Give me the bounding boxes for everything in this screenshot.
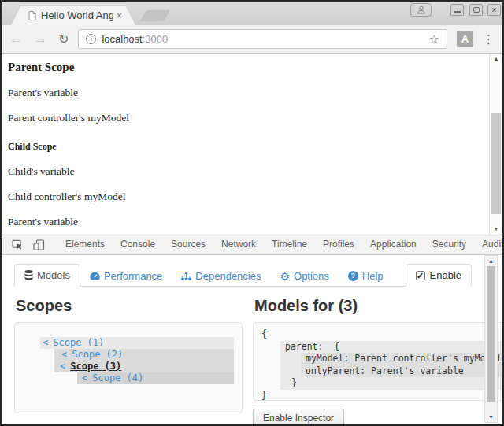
database-icon [24,270,33,280]
page-scrollbar-thumb[interactable] [491,113,501,214]
scope-1-link[interactable]: Scope (1) [53,337,104,348]
inspect-element-icon[interactable] [7,235,28,254]
tachometer-icon [90,272,100,280]
scope-tree: <Scope (1) <Scope (2) <Scope (3) <Scope … [14,322,243,413]
address-bar[interactable]: i localhost :3000 ☆ [78,29,447,49]
maximize-icon [473,7,480,13]
scroll-up-icon[interactable]: ▲ [490,56,502,62]
browser-window: Hello World Ang × ✕ ← → ↻ i localhost :3… [0,0,504,426]
bookmark-star-icon[interactable]: ☆ [429,32,439,46]
tab-help-label: Help [362,270,384,282]
new-tab-button[interactable] [140,10,170,21]
child-model-text: Child controller's myModel [8,191,480,203]
titlebar: Hello World Ang × ✕ [2,2,502,25]
parent-key-line[interactable]: parent: { [285,341,502,354]
devtools-tab-application[interactable]: Application [362,235,424,254]
scroll-up-icon[interactable]: ▲ [485,258,497,264]
tab-options[interactable]: ⚙ Options [270,265,338,287]
child-variable-text: Child's variable [8,165,480,178]
url-port: :3000 [143,33,169,45]
device-toolbar-icon[interactable] [28,235,50,254]
tab-dependencies-label: Dependencies [195,270,261,282]
collapse-caret-icon[interactable]: < [43,337,48,348]
models-code-view: { parent: { myModel: Parent controller's… [253,322,504,401]
model-entry-onlyparent[interactable]: onlyParent: Parent's variable [306,365,502,378]
scroll-down-icon[interactable]: ▼ [490,226,502,232]
scope-tree-item[interactable]: <Scope (3) [54,361,234,372]
devtools-tab-timeline[interactable]: Timeline [264,235,315,254]
tab-dependencies[interactable]: Dependencies [172,265,270,287]
parent-model-entries[interactable]: myModel: Parent controller's myModel onl… [301,353,502,377]
scopes-heading: Scopes [16,297,243,315]
scope-4-link[interactable]: Scope (4) [92,372,143,383]
tab-models[interactable]: Models [14,264,80,287]
models-heading: Models for (3) [254,297,504,315]
url-host: localhost [102,33,142,45]
person-icon [417,6,426,14]
models-open-brace: { [261,328,502,341]
models-section: Models for (3) { parent: { myModel: Pare… [253,288,504,426]
gears-icon: ⚙ [280,272,290,281]
tab-close-icon[interactable]: × [117,10,122,21]
collapse-caret-icon[interactable]: < [60,361,65,372]
scopes-section: Scopes <Scope (1) <Scope (2) <Scope (3) … [14,288,243,426]
tab-performance[interactable]: Performance [80,265,172,287]
tab-title: Hello World Ang [41,9,113,21]
scope-2-link[interactable]: Scope (2) [72,349,123,360]
devtools-tab-sources[interactable]: Sources [163,235,213,254]
question-circle-icon: ? [348,271,358,281]
inherited-variable-text: Parent's variable [8,216,480,228]
tab-models-label: Models [37,269,70,281]
scope-tree-item[interactable]: <Scope (2) [54,349,234,361]
parent-scope-heading: Parent Scope [8,61,480,74]
tab-options-label: Options [294,270,329,282]
tab-performance-label: Performance [104,270,162,282]
forward-icon[interactable]: → [34,31,47,47]
parent-close-brace: } [285,377,502,390]
maximize-button[interactable] [469,4,483,16]
angularjs-panel: Models Performance Dependencies ⚙ Op [2,255,502,425]
scroll-down-icon[interactable]: ▼ [485,414,497,420]
parent-model-text: Parent controller's myModel [8,112,480,124]
sitemap-icon [181,272,191,280]
devtools-tab-console[interactable]: Console [113,235,163,254]
back-icon[interactable]: ← [9,31,23,47]
profile-button[interactable] [410,3,432,17]
minimize-button[interactable] [450,4,464,16]
scope-3-link-selected[interactable]: Scope (3) [70,361,121,372]
model-entry-mymodel[interactable]: myModel: Parent controller's myModel [306,353,502,365]
collapse-caret-icon[interactable]: < [82,372,87,383]
devtools-scrollbar-thumb[interactable] [487,266,495,402]
page-content: Parent Scope Parent's variable Parent co… [2,54,502,235]
reload-icon[interactable]: ↻ [58,31,69,46]
devtools-scrollbar[interactable]: ▲ ▼ [484,255,498,423]
document-favicon-icon [28,11,36,20]
page-scrollbar[interactable]: ▲ ▼ [489,54,502,235]
devtools-tab-audits[interactable]: Audits [474,235,504,254]
enable-label: Enable [430,269,461,281]
parent-variable-text: Parent's variable [8,87,480,99]
scope-tree-item[interactable]: <Scope (4) [77,372,234,384]
info-icon[interactable]: i [86,34,96,44]
window-close-button[interactable]: ✕ [487,4,501,16]
parent-model-block[interactable]: parent: { myModel: Parent controller's m… [280,341,502,390]
minimize-icon [454,11,461,13]
batarang-tab-bar: Models Performance Dependencies ⚙ Op [14,263,466,287]
scope-tree-item[interactable]: <Scope (1) [40,337,234,349]
navigation-bar: ← → ↻ i localhost :3000 ☆ A ⋮ [2,25,502,54]
window-close-icon: ✕ [491,6,498,14]
devtools-panel: Elements Console Sources Network Timelin… [2,235,502,425]
models-close-brace: } [261,390,502,402]
extension-icon[interactable]: A [457,31,473,47]
browser-menu-icon[interactable]: ⋮ [483,32,495,46]
devtools-tab-security[interactable]: Security [424,235,474,254]
devtools-tab-network[interactable]: Network [213,235,264,254]
devtools-tab-profiles[interactable]: Profiles [315,235,362,254]
browser-tab[interactable]: Hello World Ang × [11,6,135,25]
collapse-caret-icon[interactable]: < [61,349,67,360]
enable-inspector-button[interactable]: Enable Inspector [253,409,344,426]
devtools-tab-elements[interactable]: Elements [57,235,113,254]
tab-help[interactable]: ? Help [339,265,393,287]
enable-toggle[interactable]: ✓ Enable [406,264,472,287]
enable-checkbox[interactable]: ✓ [416,271,425,280]
